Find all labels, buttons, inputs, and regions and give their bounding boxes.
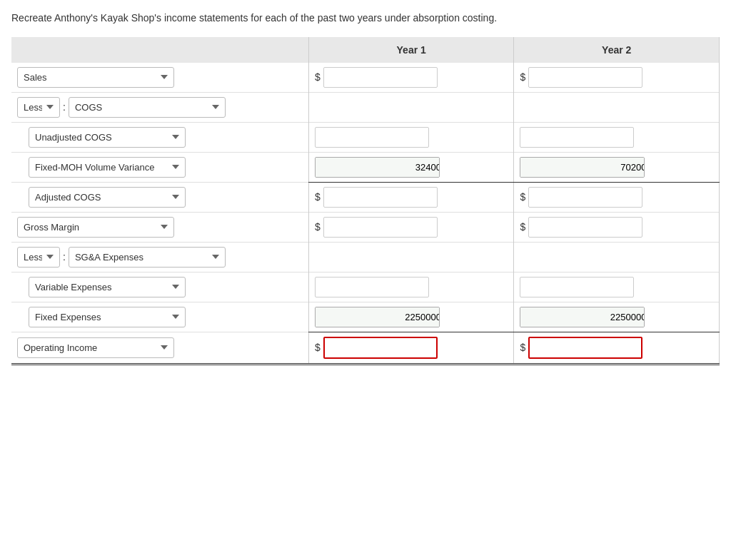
- dollar-sign-sales-y1: $: [315, 71, 321, 83]
- dollar-sign-oi-y1: $: [315, 342, 321, 353]
- gross-margin-select[interactable]: Gross Margin: [17, 217, 174, 238]
- unadjusted-cogs-year2-input[interactable]: [520, 127, 634, 148]
- variable-exp-year2-input[interactable]: [520, 277, 634, 297]
- cogs-select[interactable]: COGS: [69, 97, 226, 118]
- dollar-sign-gm-y1: $: [315, 221, 321, 233]
- fixed-exp-year2-input[interactable]: [520, 307, 645, 327]
- gross-margin-row: Gross Margin $ $: [11, 212, 720, 242]
- sales-select[interactable]: Sales: [17, 67, 174, 88]
- adjusted-cogs-select[interactable]: Adjusted COGS: [29, 187, 186, 208]
- gross-margin-year2-input[interactable]: [528, 217, 642, 238]
- variable-expenses-select[interactable]: Variable Expenses: [29, 277, 186, 297]
- header-label-col: [11, 37, 308, 63]
- unadjusted-cogs-year1-input[interactable]: [315, 127, 429, 148]
- operating-income-select[interactable]: Operating Income: [17, 337, 174, 358]
- header-year1: Year 1: [308, 37, 514, 63]
- dollar-sign-sales-y2: $: [520, 71, 525, 83]
- fixed-moh-select[interactable]: Fixed-MOH Volume Variance: [29, 157, 186, 178]
- colon-text2: :: [63, 251, 66, 263]
- adjusted-cogs-year2-input[interactable]: [528, 187, 642, 208]
- instruction-text: Recreate Anthony's Kayak Shop's income s…: [11, 11, 720, 26]
- sga-select[interactable]: SG&A Expenses: [69, 247, 226, 268]
- variable-exp-year1-input[interactable]: [315, 277, 429, 297]
- dollar-sign-oi-y2: $: [520, 342, 525, 353]
- dollar-sign-gm-y2: $: [520, 221, 525, 233]
- gross-margin-year1-input[interactable]: [323, 217, 438, 238]
- dollar-sign-adj-y1: $: [315, 191, 321, 203]
- operating-income-year2-input[interactable]: [528, 337, 642, 359]
- adjusted-cogs-row: Adjusted COGS $ $: [11, 182, 720, 212]
- fixed-moh-year2-input[interactable]: [520, 158, 645, 177]
- fixed-expenses-row: Fixed Expenses i i: [11, 302, 720, 332]
- sales-row: Sales $ $: [11, 63, 720, 93]
- sales-year2-input[interactable]: [528, 67, 642, 88]
- less2-select[interactable]: Less: [17, 247, 60, 268]
- operating-income-year1-input[interactable]: [323, 337, 438, 359]
- dollar-sign-adj-y2: $: [520, 191, 525, 203]
- unadjusted-cogs-select[interactable]: Unadjusted COGS: [29, 127, 186, 148]
- adjusted-cogs-year1-input[interactable]: [323, 187, 438, 208]
- fixed-moh-year1-input[interactable]: [316, 158, 440, 177]
- less-select[interactable]: Less: [17, 97, 60, 118]
- variable-expenses-row: Variable Expenses: [11, 272, 720, 302]
- fixed-moh-row: Fixed-MOH Volume Variance i i: [11, 152, 720, 182]
- fixed-exp-year1-input[interactable]: [316, 307, 440, 327]
- fixed-expenses-select[interactable]: Fixed Expenses: [29, 307, 186, 327]
- unadjusted-cogs-row: Unadjusted COGS: [11, 122, 720, 152]
- header-year2: Year 2: [514, 37, 720, 63]
- operating-income-row: Operating Income $ $: [11, 332, 720, 364]
- less-sga-row: Less : SG&A Expenses: [11, 242, 720, 272]
- colon-text: :: [63, 101, 66, 113]
- less-cogs-row: Less : COGS: [11, 92, 720, 122]
- sales-year1-input[interactable]: [323, 67, 438, 88]
